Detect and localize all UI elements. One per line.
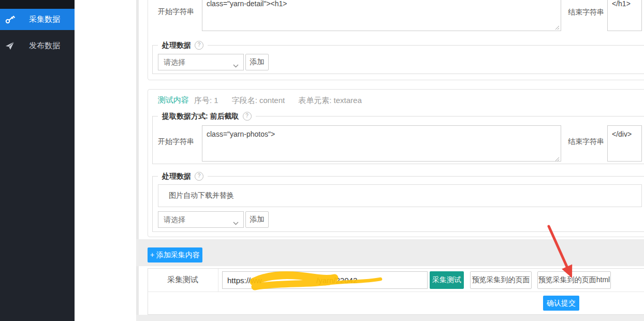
add-collect-content-button[interactable]: + 添加采集内容 (148, 247, 202, 262)
chevron-down-icon (233, 218, 239, 227)
run-collect-test-button[interactable]: 采集测试 (430, 271, 464, 289)
test-content-title: 测试内容 (158, 95, 189, 105)
sidebar-item-collect-data[interactable]: 采集数据 (0, 9, 75, 30)
confirm-submit-button[interactable]: 确认提交 (543, 296, 579, 311)
add-rule-button[interactable]: 添加 (245, 54, 269, 70)
key-icon (5, 16, 29, 24)
end-string-label: 结束字符串 (568, 137, 604, 147)
start-string-label: 开始字符串 (158, 7, 194, 17)
table-divider-horizontal (148, 291, 644, 292)
start-string-textarea[interactable]: class="yarn-detail"><h1> (202, 0, 561, 31)
test-content-meta: 序号: 1 字段名: content 表单元素: textarea (194, 96, 362, 106)
process-select-wrap: 请选择 (158, 54, 244, 70)
process-data-legend-text: 处理数据 (162, 40, 191, 50)
add-rule-button[interactable]: 添加 (245, 211, 269, 228)
help-icon[interactable]: ? (195, 172, 203, 181)
sidebar-item-publish-data[interactable]: 发布数据 (0, 37, 75, 54)
process-data-legend: 处理数据 ? (158, 40, 208, 50)
preview-collected-page-button[interactable]: 预览采集到的页面 (470, 271, 532, 289)
help-icon[interactable]: ? (243, 112, 252, 121)
process-select[interactable]: 请选择 (158, 54, 244, 70)
start-string-label: 开始字符串 (158, 137, 194, 147)
content-divider-strip (136, 0, 139, 321)
meta-seq: 序号: 1 (194, 96, 218, 106)
process-rule-label: 图片自动下载并替换 (169, 191, 234, 200)
extract-method-legend-text: 提取数据方式: 前后截取 (162, 111, 239, 121)
process-select-wrap: 请选择 (158, 211, 244, 228)
sidebar-item-label: 发布数据 (29, 41, 60, 51)
end-string-textarea[interactable]: </div> (607, 125, 642, 162)
sidebar-item-label: 采集数据 (29, 14, 60, 24)
table-divider-vertical (218, 269, 218, 291)
process-rule-row[interactable]: 图片自动下载并替换 (158, 184, 642, 207)
end-string-textarea[interactable]: </h1> (607, 0, 642, 31)
meta-field-name: 字段名: content (232, 96, 285, 106)
red-arrow-annotation (538, 220, 580, 282)
help-icon[interactable]: ? (195, 41, 203, 50)
paper-plane-icon (5, 41, 29, 50)
yellow-marker-scribble (247, 270, 387, 292)
sidebar-top-strip (0, 0, 75, 9)
process-select[interactable]: 请选择 (158, 211, 244, 228)
start-string-textarea[interactable]: class="yarn-photos"> (202, 125, 561, 162)
process-data-legend: 处理数据 ? (158, 171, 208, 181)
page-background-bottom (136, 315, 644, 321)
meta-form-element: 表单元素: textarea (298, 96, 362, 106)
collect-test-label: 采集测试 (148, 268, 218, 291)
extract-method-legend: 提取数据方式: 前后截取 ? (158, 111, 256, 121)
sidebar: 采集数据 发布数据 (0, 0, 75, 321)
process-data-legend-text: 处理数据 (162, 171, 191, 181)
end-string-label: 结束字符串 (568, 8, 604, 17)
chevron-down-icon (233, 61, 239, 70)
